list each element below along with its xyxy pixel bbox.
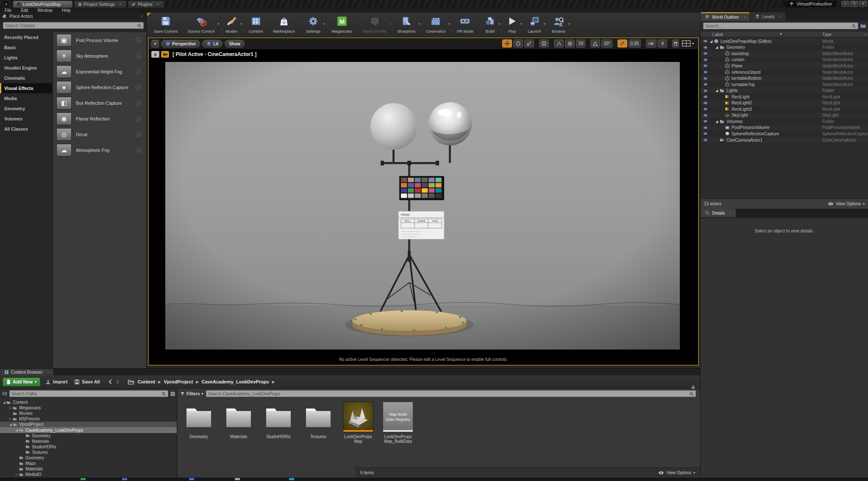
outliner-column-headers[interactable]: Label ▲ Type ▾ <box>701 31 868 37</box>
tab-world-outliner[interactable]: World Outliner× <box>701 12 750 21</box>
doc-tab-project-settings[interactable]: Project Settings× <box>74 0 127 8</box>
visibility-eye-icon[interactable] <box>701 107 710 111</box>
outliner-row-postprocessvolume[interactable]: PostProcessVolume PostProcessVolume <box>701 125 868 131</box>
asset-textures[interactable]: Textures <box>300 402 336 444</box>
visibility-eye-icon[interactable] <box>701 131 710 136</box>
toolbar-blueprints-button[interactable]: ▾ Blueprints <box>392 13 420 36</box>
category-basic[interactable]: Basic <box>0 42 52 53</box>
visibility-eye-icon[interactable] <box>701 95 710 99</box>
drag-handle-icon[interactable] <box>136 37 141 43</box>
scale-snap-button[interactable] <box>618 39 627 48</box>
content-search-input[interactable]: Search CaveAcademy_LookDevProps <box>206 390 696 397</box>
visibility-eye-icon[interactable] <box>701 45 710 50</box>
toolbar-modes-button[interactable]: ▾ Modes <box>220 13 243 36</box>
folder-tree-movies[interactable]: Movies <box>0 411 177 416</box>
visibility-eye-icon[interactable] <box>701 113 710 117</box>
filters-button[interactable]: Filters▾ <box>180 391 203 396</box>
outliner-row-rectlight[interactable]: RectLight RectLight <box>701 94 868 100</box>
scale-snap-value[interactable]: 0.25 <box>629 39 641 48</box>
toolbar-marketplace-button[interactable]: U Marketplace <box>268 13 300 36</box>
rendered-scene[interactable]: PROD: ROLL SCENE TAKE <box>165 62 680 350</box>
chevron-down-icon[interactable]: ▾ <box>217 22 219 26</box>
chevron-down-icon[interactable]: ▾ <box>498 22 500 26</box>
asset-lookdevprops-map-builtdata[interactable]: Map Build Data Registry LookDevProps Map… <box>380 402 416 444</box>
toolbar-save-current-button[interactable]: Save Current <box>149 13 183 36</box>
close-icon[interactable]: × <box>779 15 781 19</box>
folder-tree-textures[interactable]: Textures <box>0 450 177 455</box>
content-view-options-button[interactable]: View Options▾ <box>658 470 695 475</box>
toolbar-browse-button[interactable]: ▾ Browse <box>547 13 570 36</box>
add-new-button[interactable]: Add New▾ <box>3 378 40 386</box>
camera-speed-value[interactable]: 4 <box>658 39 667 48</box>
outliner-row-geometry[interactable]: ◢ Geometry Folder <box>701 45 868 51</box>
chevron-down-icon[interactable]: ▾ <box>568 22 570 26</box>
close-icon[interactable]: × <box>141 14 143 18</box>
expand-arrow-icon[interactable]: ◢ <box>715 89 719 92</box>
folder-tree-vprodproject[interactable]: ◢ VprodProject <box>0 422 177 427</box>
toolbar-play-button[interactable]: ▾ Play <box>501 13 523 36</box>
forward-icon[interactable] <box>114 379 120 385</box>
place-item-decal[interactable]: ◎ Decal <box>53 126 146 142</box>
breadcrumb-arrow-icon[interactable]: ▶ <box>158 380 161 384</box>
place-item-sky-atmosphere[interactable]: ☀ Sky Atmosphere <box>53 48 146 64</box>
doc-tab-lookdevpropsmap[interactable]: u LookDevPropsMap× <box>13 0 73 8</box>
sources-toggle-icon[interactable] <box>2 391 8 397</box>
world-local-toggle[interactable] <box>539 39 549 48</box>
category-geometry[interactable]: Geometry <box>0 103 52 114</box>
drag-handle-icon[interactable] <box>136 147 141 153</box>
outliner-row-skylight[interactable]: SkyLight SkyLight <box>701 112 868 119</box>
toolbar-build-button[interactable]: ▾ Build <box>479 13 501 36</box>
visibility-eye-icon[interactable] <box>701 76 710 81</box>
asset-lookdevprops-map[interactable]: LookDevProps Map <box>340 402 376 444</box>
minimize-button[interactable]: – <box>841 1 849 7</box>
outliner-search-input[interactable]: Search... <box>703 22 858 29</box>
chevron-down-icon[interactable]: ▾ <box>323 22 325 26</box>
place-item-post-process-volume[interactable]: ▣ Post Process Volume <box>53 32 146 48</box>
place-item-atmospheric-fog[interactable]: ☁ Atmospheric Fog <box>53 142 146 158</box>
viewport-perspective-button[interactable]: Perspective <box>161 40 200 48</box>
outliner-row-volumes[interactable]: ◢ Volumes Folder <box>701 118 868 125</box>
toolbar-source-control-button[interactable]: ▾ Source Control <box>183 13 220 36</box>
drag-handle-icon[interactable] <box>136 53 141 59</box>
breadcrumb-arrow-icon[interactable]: ▶ <box>272 380 275 384</box>
folder-tree-materials[interactable]: Materials <box>0 439 177 444</box>
rotation-snap-value[interactable]: 10° <box>601 39 612 48</box>
outliner-row-rectlight3[interactable]: RectLight3 RectLight <box>701 106 868 112</box>
tab-levels[interactable]: Levels× <box>751 12 785 21</box>
close-icon[interactable]: × <box>65 2 67 6</box>
expand-arrow-icon[interactable]: ▷ <box>9 406 12 410</box>
visibility-eye-icon[interactable] <box>701 119 710 123</box>
asset-materials[interactable]: Materials <box>221 402 256 444</box>
folder-tree-studiohdris[interactable]: StudioHDRIs <box>0 444 177 450</box>
category-volumes[interactable]: Volumes <box>0 114 52 124</box>
chevron-down-icon[interactable]: ▾ <box>544 22 545 26</box>
translate-tool-button[interactable] <box>502 39 512 48</box>
outliner-row-curtain[interactable]: curtain StaticMeshActor <box>701 57 868 63</box>
menu-file[interactable]: File <box>0 8 16 13</box>
breadcrumb-vprodproject[interactable]: VprodProject <box>164 379 193 384</box>
outliner-row-turntabletop[interactable]: turntableTop StaticMeshActor <box>701 81 868 88</box>
maximize-viewport-button[interactable] <box>672 39 679 48</box>
breadcrumb-content[interactable]: Content <box>138 379 156 384</box>
drag-handle-icon[interactable] <box>136 131 141 137</box>
toolbar-vr-mode-button[interactable]: VR Mode <box>452 13 479 36</box>
drag-handle-icon[interactable] <box>136 100 141 106</box>
eject-pilot-icon[interactable] <box>151 51 159 58</box>
place-item-planar-reflection[interactable]: ◉ Planar Reflection <box>53 111 146 126</box>
outliner-row-lookdevpropsmap-editor-[interactable]: ◢ LookDevPropsMap (Editor) World <box>701 38 868 45</box>
grid-snap-value[interactable]: 10 <box>576 39 585 48</box>
chevron-down-icon[interactable]: ▾ <box>520 22 522 26</box>
folder-tree-geometry[interactable]: Geometry <box>0 455 177 461</box>
folder-tree-geometry[interactable]: Geometry <box>0 433 177 439</box>
surface-snap-button[interactable] <box>554 39 564 48</box>
category-houdini-engine[interactable]: Houdini Engine <box>0 63 52 73</box>
chevron-down-icon[interactable]: ▾ <box>419 22 420 26</box>
visibility-eye-icon[interactable] <box>701 58 710 62</box>
expand-arrow-icon[interactable]: ◢ <box>710 39 714 43</box>
expand-arrow-icon[interactable]: ◢ <box>715 45 719 49</box>
search-classes-input[interactable]: Search Classes <box>3 22 144 29</box>
outliner-row-rectlight2[interactable]: RectLight2 RectLight <box>701 100 868 106</box>
outliner-row-spherereflectioncapture[interactable]: SphereReflectionCapture SphereReflection… <box>701 131 868 137</box>
place-item-sphere-reflection-capture[interactable]: ● Sphere Reflection Capture <box>53 79 146 95</box>
scale-tool-button[interactable] <box>524 39 534 48</box>
